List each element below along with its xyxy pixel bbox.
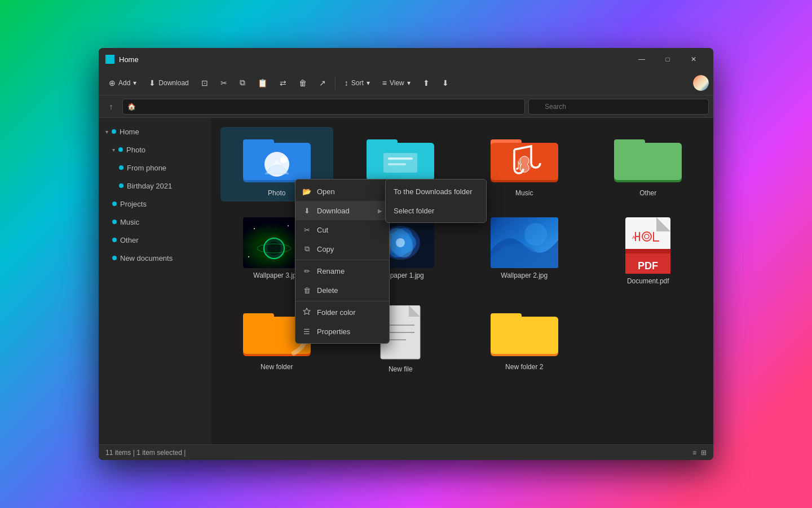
- back-button[interactable]: ↑: [103, 99, 119, 115]
- rename-button[interactable]: ⊡: [196, 74, 214, 92]
- view-grid-icon[interactable]: ⊞: [701, 449, 707, 457]
- folder-icon-other: [614, 132, 682, 186]
- minimize-button[interactable]: —: [629, 50, 655, 68]
- ctx-open[interactable]: 📂 Open: [295, 182, 389, 201]
- ctx-download-label: Download: [317, 207, 350, 215]
- main-area: ▾ Home ▾ Photo From phone Birthday 2021 …: [99, 118, 713, 444]
- upload-icon: ⬆: [423, 78, 430, 87]
- delete-ctx-icon: 🗑: [302, 286, 311, 295]
- sidebar-item-home[interactable]: ▾ Home: [99, 122, 211, 141]
- file-item-wallpaper2[interactable]: Wallpaper 2.jpg: [468, 213, 581, 290]
- statusbar-right: ≡ ⊞: [692, 449, 707, 457]
- copy-ctx-icon: ⧉: [302, 244, 311, 253]
- submenu-select-folder[interactable]: Select folder: [386, 201, 486, 220]
- svg-point-26: [288, 225, 289, 226]
- ctx-download[interactable]: ⬇ Download ▶: [295, 201, 389, 220]
- sidebar-item-photo[interactable]: ▾ Photo: [99, 141, 211, 159]
- projects-dot: [112, 202, 117, 206]
- address-input[interactable]: [122, 99, 525, 115]
- swap-icon: ⇄: [280, 78, 286, 87]
- file-item-newfolder2[interactable]: New folder 2: [468, 301, 581, 378]
- close-button[interactable]: ✕: [681, 50, 707, 68]
- maximize-button[interactable]: □: [655, 50, 681, 68]
- sidebar-projects-label: Projects: [120, 200, 147, 208]
- svg-point-34: [396, 238, 405, 247]
- file-label-wallpaper2: Wallpaper 2.jpg: [501, 271, 548, 279]
- submenu: To the Downloads folder Select folder: [385, 179, 487, 223]
- ctx-cut-label: Cut: [317, 226, 328, 234]
- ctx-foldercolor[interactable]: Folder color: [295, 303, 389, 322]
- file-label-wallpaper3: Wallpaper 3.jpg: [253, 271, 300, 279]
- delete-button[interactable]: 🗑: [293, 74, 312, 92]
- svg-rect-19: [614, 143, 682, 180]
- view-label: View: [390, 79, 404, 87]
- sidebar-item-projects[interactable]: Projects: [99, 195, 211, 213]
- sort-label: Sort: [351, 79, 364, 87]
- chevron-down-icon: ▾: [105, 129, 108, 135]
- ctx-divider2: [295, 301, 389, 301]
- file-item-document[interactable]: PDF A Document.pdf: [592, 213, 705, 290]
- ctx-properties-label: Properties: [317, 327, 350, 336]
- copy-button[interactable]: ⧉: [234, 74, 251, 92]
- download-toolbar-label: Download: [158, 79, 188, 87]
- file-label-newfile: New file: [389, 365, 413, 373]
- folder-icon-music: ♪: [491, 132, 558, 186]
- download-toolbar-button[interactable]: ⬇ Download: [143, 74, 194, 92]
- sort-button[interactable]: ↕ Sort ▾: [339, 74, 376, 92]
- search-input[interactable]: [528, 99, 709, 115]
- user-avatar[interactable]: [693, 75, 709, 91]
- toolbar-separator: [335, 76, 336, 90]
- music-dot: [112, 220, 117, 224]
- folder-icon-photo: [243, 132, 311, 186]
- rename-icon: ⊡: [201, 78, 208, 87]
- file-label-other: Other: [639, 189, 656, 197]
- sort-icon: ↕: [345, 78, 348, 87]
- add-label: Add: [118, 79, 130, 87]
- other-dot: [112, 238, 117, 242]
- file-label-music: Music: [515, 189, 533, 197]
- delete-icon: 🗑: [299, 78, 307, 87]
- fromphone-dot: [119, 165, 123, 170]
- upload-button[interactable]: ⬆: [417, 74, 435, 92]
- sidebar-item-birthday[interactable]: Birthday 2021: [99, 177, 211, 195]
- download-icon: ⬇: [302, 207, 311, 215]
- view-list-icon[interactable]: ≡: [692, 449, 696, 457]
- ctx-divider1: [295, 260, 389, 260]
- file-label-document: Document.pdf: [627, 277, 669, 285]
- sidebar-item-newdocs[interactable]: New documents: [99, 249, 211, 267]
- svg-text:PDF: PDF: [638, 260, 658, 271]
- search-container: 🔍: [528, 99, 709, 115]
- swap-button[interactable]: ⇄: [274, 74, 292, 92]
- foldercolor-icon: [302, 308, 311, 317]
- ctx-rename[interactable]: ✏ Rename: [295, 261, 389, 281]
- sidebar-item-fromphone[interactable]: From phone: [99, 159, 211, 177]
- newdocs-dot: [112, 256, 117, 260]
- share-icon: ↗: [319, 78, 326, 87]
- download2-button[interactable]: ⬇: [436, 74, 454, 92]
- cut-icon: ✂: [220, 78, 227, 87]
- content-area: Photo Projects: [211, 118, 713, 444]
- add-button[interactable]: ⊕ Add ▾: [103, 74, 142, 92]
- paste-button[interactable]: 📋: [252, 74, 273, 92]
- toolbar: ⊕ Add ▾ ⬇ Download ⊡ ✂ ⧉ 📋 ⇄ 🗑 ↗: [99, 71, 713, 95]
- svg-point-28: [248, 256, 249, 257]
- ctx-delete[interactable]: 🗑 Delete: [295, 281, 389, 300]
- sidebar-item-other[interactable]: Other: [99, 231, 211, 249]
- ctx-copy[interactable]: ⧉ Copy: [295, 239, 389, 259]
- ctx-cut[interactable]: ✂ Cut: [295, 220, 389, 239]
- photo-dot: [118, 147, 123, 152]
- submenu-to-downloads[interactable]: To the Downloads folder: [386, 182, 486, 201]
- file-explorer-window: Home — □ ✕ ⊕ Add ▾ ⬇ Download ⊡ ✂ ⧉ 📋: [99, 48, 713, 460]
- cut-button[interactable]: ✂: [215, 74, 233, 92]
- sidebar-newdocs-label: New documents: [120, 254, 173, 262]
- share-button[interactable]: ↗: [314, 74, 332, 92]
- add-arrow: ▾: [133, 79, 136, 87]
- file-item-other[interactable]: Other: [592, 127, 705, 202]
- rename-ctx-icon: ✏: [302, 267, 311, 275]
- sidebar-item-music[interactable]: Music: [99, 213, 211, 231]
- view-button[interactable]: ≡ View ▾: [377, 74, 416, 92]
- ctx-copy-label: Copy: [317, 245, 334, 253]
- sidebar-photo-label: Photo: [126, 146, 145, 154]
- sidebar-other-label: Other: [120, 236, 139, 244]
- ctx-properties[interactable]: ☰ Properties: [295, 322, 389, 341]
